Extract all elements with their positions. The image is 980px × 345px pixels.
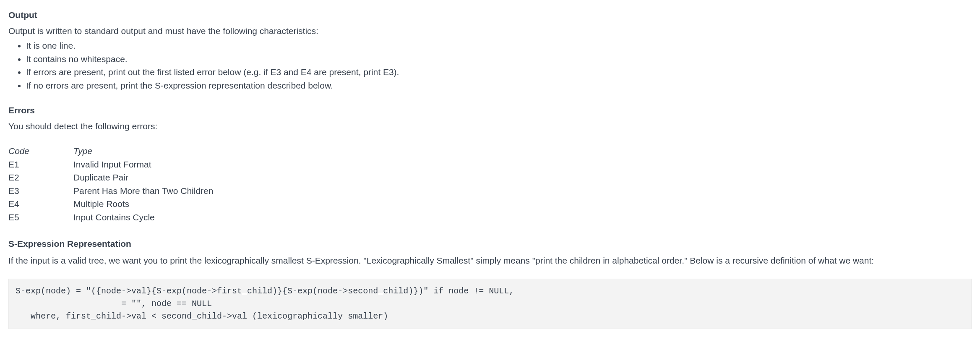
list-item: It contains no whitespace. bbox=[26, 52, 972, 66]
error-code: E4 bbox=[8, 197, 73, 211]
table-row: E4 Multiple Roots bbox=[8, 197, 972, 211]
sexp-intro: If the input is a valid tree, we want yo… bbox=[8, 254, 972, 267]
error-type: Parent Has More than Two Children bbox=[73, 184, 972, 198]
error-type: Duplicate Pair bbox=[73, 171, 972, 184]
sexp-section: S-Expression Representation If the input… bbox=[8, 237, 972, 329]
table-row: E2 Duplicate Pair bbox=[8, 171, 972, 184]
table-row: E3 Parent Has More than Two Children bbox=[8, 184, 972, 198]
errors-heading: Errors bbox=[8, 104, 972, 117]
error-code: E3 bbox=[8, 184, 73, 198]
output-intro: Output is written to standard output and… bbox=[8, 24, 972, 38]
errors-table: Code Type E1 Invalid Input Format E2 Dup… bbox=[8, 144, 972, 224]
error-type: Invalid Input Format bbox=[73, 158, 972, 171]
list-item: It is one line. bbox=[26, 39, 972, 52]
output-section: Output Output is written to standard out… bbox=[8, 8, 972, 92]
error-code: E2 bbox=[8, 171, 73, 184]
sexp-heading: S-Expression Representation bbox=[8, 237, 972, 251]
output-heading: Output bbox=[8, 8, 972, 22]
errors-header-code: Code bbox=[8, 144, 73, 158]
list-item: If no errors are present, print the S-ex… bbox=[26, 79, 972, 92]
output-bullet-list: It is one line. It contains no whitespac… bbox=[8, 39, 972, 92]
errors-section: Errors You should detect the following e… bbox=[8, 104, 972, 224]
errors-table-header: Code Type bbox=[8, 144, 972, 158]
error-code: E1 bbox=[8, 158, 73, 171]
list-item: If errors are present, print out the fir… bbox=[26, 65, 972, 79]
error-type: Multiple Roots bbox=[73, 197, 972, 211]
errors-header-type: Type bbox=[73, 144, 972, 158]
error-type: Input Contains Cycle bbox=[73, 211, 972, 224]
table-row: E1 Invalid Input Format bbox=[8, 158, 972, 171]
errors-intro: You should detect the following errors: bbox=[8, 120, 972, 133]
sexp-code-block: S-exp(node) = "({node->val}{S-exp(node->… bbox=[8, 279, 972, 329]
error-code: E5 bbox=[8, 211, 73, 224]
table-row: E5 Input Contains Cycle bbox=[8, 211, 972, 224]
